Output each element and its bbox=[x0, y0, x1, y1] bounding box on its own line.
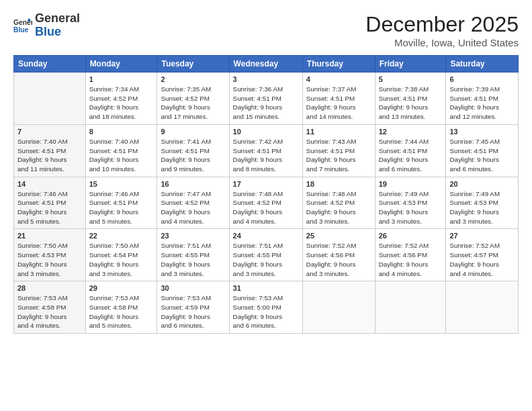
day-info: Sunrise: 7:49 AMSunset: 4:53 PMDaylight:… bbox=[379, 189, 443, 226]
day-info: Sunrise: 7:46 AMSunset: 4:51 PMDaylight:… bbox=[89, 189, 154, 226]
day-cell: 29Sunrise: 7:53 AMSunset: 4:58 PMDayligh… bbox=[85, 281, 157, 334]
day-info: Sunrise: 7:41 AMSunset: 4:51 PMDaylight:… bbox=[161, 137, 225, 174]
day-number: 30 bbox=[161, 284, 225, 292]
day-info: Sunrise: 7:44 AMSunset: 4:51 PMDaylight:… bbox=[379, 137, 443, 174]
weekday-row: SundayMondayTuesdayWednesdayThursdayFrid… bbox=[14, 56, 519, 73]
day-cell: 30Sunrise: 7:53 AMSunset: 4:59 PMDayligh… bbox=[157, 281, 229, 334]
day-info: Sunrise: 7:48 AMSunset: 4:52 PMDaylight:… bbox=[306, 189, 371, 226]
day-number: 29 bbox=[89, 284, 154, 292]
day-cell: 20Sunrise: 7:49 AMSunset: 4:53 PMDayligh… bbox=[446, 177, 519, 229]
day-info: Sunrise: 7:46 AMSunset: 4:51 PMDaylight:… bbox=[17, 189, 82, 226]
day-cell: 16Sunrise: 7:47 AMSunset: 4:52 PMDayligh… bbox=[157, 177, 229, 229]
calendar: SundayMondayTuesdayWednesdayThursdayFrid… bbox=[13, 55, 519, 334]
week-row: 7Sunrise: 7:40 AMSunset: 4:51 PMDaylight… bbox=[14, 124, 519, 177]
day-cell: 2Sunrise: 7:35 AMSunset: 4:52 PMDaylight… bbox=[157, 73, 229, 125]
day-number: 11 bbox=[306, 128, 371, 136]
day-number: 24 bbox=[233, 232, 299, 240]
day-info: Sunrise: 7:52 AMSunset: 4:56 PMDaylight:… bbox=[306, 241, 371, 278]
day-number: 5 bbox=[379, 75, 443, 83]
day-number: 1 bbox=[89, 75, 154, 83]
day-number: 31 bbox=[233, 284, 299, 292]
day-cell: 5Sunrise: 7:38 AMSunset: 4:51 PMDaylight… bbox=[375, 73, 446, 125]
day-number: 23 bbox=[161, 232, 225, 240]
day-cell: 23Sunrise: 7:51 AMSunset: 4:55 PMDayligh… bbox=[157, 229, 229, 281]
svg-text:Blue: Blue bbox=[13, 26, 29, 34]
day-cell: 12Sunrise: 7:44 AMSunset: 4:51 PMDayligh… bbox=[375, 124, 446, 177]
calendar-body: 1Sunrise: 7:34 AMSunset: 4:52 PMDaylight… bbox=[14, 73, 519, 334]
day-number: 27 bbox=[449, 232, 515, 240]
day-info: Sunrise: 7:40 AMSunset: 4:51 PMDaylight:… bbox=[17, 137, 82, 174]
day-info: Sunrise: 7:50 AMSunset: 4:54 PMDaylight:… bbox=[89, 241, 154, 278]
day-number: 18 bbox=[306, 180, 371, 188]
day-number: 28 bbox=[17, 284, 82, 292]
day-number: 10 bbox=[233, 128, 299, 136]
day-info: Sunrise: 7:37 AMSunset: 4:51 PMDaylight:… bbox=[306, 85, 371, 122]
day-number: 17 bbox=[233, 180, 299, 188]
day-info: Sunrise: 7:47 AMSunset: 4:52 PMDaylight:… bbox=[161, 189, 225, 226]
day-info: Sunrise: 7:50 AMSunset: 4:53 PMDaylight:… bbox=[17, 241, 82, 278]
day-info: Sunrise: 7:53 AMSunset: 5:00 PMDaylight:… bbox=[233, 293, 299, 330]
day-info: Sunrise: 7:34 AMSunset: 4:52 PMDaylight:… bbox=[89, 85, 154, 122]
day-cell: 9Sunrise: 7:41 AMSunset: 4:51 PMDaylight… bbox=[157, 124, 229, 177]
day-number: 26 bbox=[379, 232, 443, 240]
week-row: 1Sunrise: 7:34 AMSunset: 4:52 PMDaylight… bbox=[14, 73, 519, 125]
day-info: Sunrise: 7:53 AMSunset: 4:58 PMDaylight:… bbox=[17, 293, 82, 330]
logo-blue: Blue bbox=[35, 25, 61, 38]
day-info: Sunrise: 7:42 AMSunset: 4:51 PMDaylight:… bbox=[233, 137, 299, 174]
day-number: 14 bbox=[17, 180, 82, 188]
day-info: Sunrise: 7:49 AMSunset: 4:53 PMDaylight:… bbox=[449, 189, 515, 226]
day-cell bbox=[375, 281, 446, 334]
day-cell: 24Sunrise: 7:51 AMSunset: 4:55 PMDayligh… bbox=[229, 229, 302, 281]
day-info: Sunrise: 7:52 AMSunset: 4:57 PMDaylight:… bbox=[449, 241, 515, 278]
logo-icon: General Blue bbox=[13, 16, 32, 35]
day-info: Sunrise: 7:52 AMSunset: 4:56 PMDaylight:… bbox=[379, 241, 443, 278]
day-number: 20 bbox=[449, 180, 515, 188]
day-cell: 31Sunrise: 7:53 AMSunset: 5:00 PMDayligh… bbox=[229, 281, 302, 334]
location-subtitle: Moville, Iowa, United States bbox=[365, 37, 519, 48]
day-number: 13 bbox=[449, 128, 515, 136]
header: General Blue General Blue December 2025 … bbox=[13, 12, 519, 48]
day-number: 4 bbox=[306, 75, 371, 83]
day-info: Sunrise: 7:53 AMSunset: 4:58 PMDaylight:… bbox=[89, 293, 154, 330]
day-info: Sunrise: 7:51 AMSunset: 4:55 PMDaylight:… bbox=[161, 241, 225, 278]
day-cell: 28Sunrise: 7:53 AMSunset: 4:58 PMDayligh… bbox=[14, 281, 86, 334]
day-cell: 1Sunrise: 7:34 AMSunset: 4:52 PMDaylight… bbox=[85, 73, 157, 125]
day-cell: 22Sunrise: 7:50 AMSunset: 4:54 PMDayligh… bbox=[85, 229, 157, 281]
day-number: 3 bbox=[233, 75, 299, 83]
day-info: Sunrise: 7:39 AMSunset: 4:51 PMDaylight:… bbox=[449, 85, 515, 122]
day-cell: 4Sunrise: 7:37 AMSunset: 4:51 PMDaylight… bbox=[302, 73, 375, 125]
day-number: 19 bbox=[379, 180, 443, 188]
day-info: Sunrise: 7:51 AMSunset: 4:55 PMDaylight:… bbox=[233, 241, 299, 278]
day-cell: 21Sunrise: 7:50 AMSunset: 4:53 PMDayligh… bbox=[14, 229, 86, 281]
day-cell: 15Sunrise: 7:46 AMSunset: 4:51 PMDayligh… bbox=[85, 177, 157, 229]
day-number: 7 bbox=[17, 128, 82, 136]
day-number: 16 bbox=[161, 180, 225, 188]
weekday-header: Tuesday bbox=[157, 56, 229, 73]
day-info: Sunrise: 7:36 AMSunset: 4:51 PMDaylight:… bbox=[233, 85, 299, 122]
day-cell: 11Sunrise: 7:43 AMSunset: 4:51 PMDayligh… bbox=[302, 124, 375, 177]
logo-general: General bbox=[35, 11, 80, 25]
day-cell bbox=[446, 281, 519, 334]
weekday-header: Thursday bbox=[302, 56, 375, 73]
day-cell bbox=[14, 73, 86, 125]
day-cell: 6Sunrise: 7:39 AMSunset: 4:51 PMDaylight… bbox=[446, 73, 519, 125]
day-cell: 14Sunrise: 7:46 AMSunset: 4:51 PMDayligh… bbox=[14, 177, 86, 229]
day-number: 12 bbox=[379, 128, 443, 136]
month-title: December 2025 bbox=[365, 12, 519, 37]
title-block: December 2025 Moville, Iowa, United Stat… bbox=[365, 12, 519, 48]
day-number: 21 bbox=[17, 232, 82, 240]
day-info: Sunrise: 7:53 AMSunset: 4:59 PMDaylight:… bbox=[161, 293, 225, 330]
day-number: 9 bbox=[161, 128, 225, 136]
day-info: Sunrise: 7:43 AMSunset: 4:51 PMDaylight:… bbox=[306, 137, 371, 174]
day-cell: 17Sunrise: 7:48 AMSunset: 4:52 PMDayligh… bbox=[229, 177, 302, 229]
weekday-header: Saturday bbox=[446, 56, 519, 73]
day-cell: 7Sunrise: 7:40 AMSunset: 4:51 PMDaylight… bbox=[14, 124, 86, 177]
day-number: 22 bbox=[89, 232, 154, 240]
day-cell: 18Sunrise: 7:48 AMSunset: 4:52 PMDayligh… bbox=[302, 177, 375, 229]
page: General Blue General Blue December 2025 … bbox=[0, 0, 532, 411]
day-info: Sunrise: 7:48 AMSunset: 4:52 PMDaylight:… bbox=[233, 189, 299, 226]
day-cell: 25Sunrise: 7:52 AMSunset: 4:56 PMDayligh… bbox=[302, 229, 375, 281]
weekday-header: Friday bbox=[375, 56, 446, 73]
day-cell: 27Sunrise: 7:52 AMSunset: 4:57 PMDayligh… bbox=[446, 229, 519, 281]
day-number: 6 bbox=[449, 75, 515, 83]
